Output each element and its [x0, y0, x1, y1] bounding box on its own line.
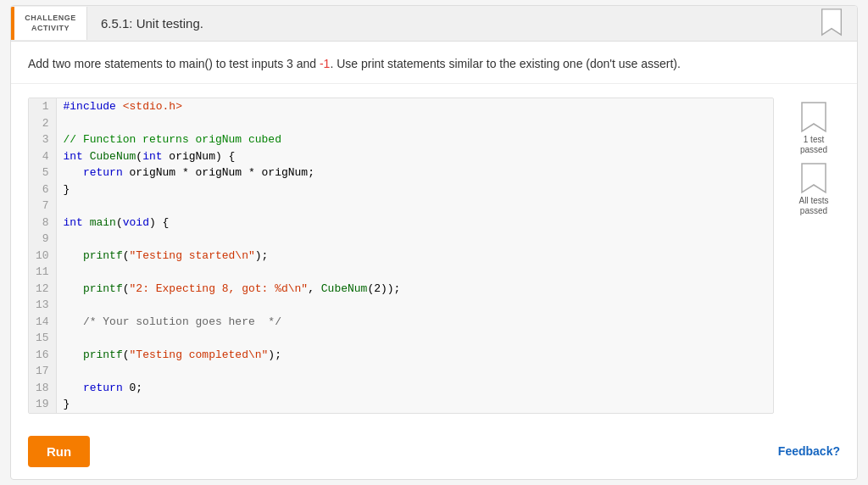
all-tests-badge: All testspassed: [798, 162, 828, 216]
bottom-bar: Run Feedback?: [11, 427, 857, 479]
code-line-3: 3 // Function returns origNum cubed: [29, 131, 773, 148]
desc-text-after: . Use print statements similar to the ex…: [330, 57, 681, 70]
challenge-label-line2: ACTIVITY: [31, 24, 70, 34]
all-tests-bookmark-icon: [800, 162, 827, 194]
code-line-6: 6 }: [29, 181, 773, 198]
code-line-13: 13: [29, 297, 773, 314]
main-container: CHALLENGE ACTIVITY 6.5.1: Unit testing. …: [10, 5, 858, 480]
challenge-badge: CHALLENGE ACTIVITY: [11, 7, 87, 40]
code-line-1: 1 #include <stdio.h>: [29, 98, 773, 115]
code-line-10: 10 printf("Testing started\n");: [29, 248, 773, 265]
test1-badge: 1 testpassed: [800, 101, 827, 155]
code-line-19: 19 }: [29, 396, 773, 413]
feedback-link[interactable]: Feedback?: [778, 444, 840, 458]
run-button[interactable]: Run: [28, 436, 90, 467]
side-badges: 1 testpassed All testspassed: [784, 98, 843, 414]
code-area: 1 #include <stdio.h> 2 3 // Function ret…: [11, 84, 857, 427]
code-line-9: 9: [29, 231, 773, 248]
test1-bookmark-icon: [800, 101, 827, 133]
code-line-11: 11: [29, 264, 773, 281]
code-line-14: 14 /* Your solution goes here */: [29, 314, 773, 331]
header-title: 6.5.1: Unit testing.: [87, 6, 217, 41]
challenge-label-line1: CHALLENGE: [25, 14, 76, 24]
code-line-18: 18 return 0;: [29, 380, 773, 397]
desc-highlight-neg1: -1: [316, 57, 330, 70]
code-line-5: 5 return origNum * origNum * origNum;: [29, 164, 773, 181]
test1-badge-label: 1 testpassed: [800, 135, 827, 155]
desc-text-before: Add two more statements to main() to tes…: [28, 57, 316, 70]
header: CHALLENGE ACTIVITY 6.5.1: Unit testing.: [11, 6, 857, 42]
code-line-16: 16 printf("Testing completed\n");: [29, 347, 773, 364]
code-line-12: 12 printf("2: Expecting 8, got: %d\n", C…: [29, 281, 773, 298]
code-line-15: 15: [29, 330, 773, 347]
code-editor[interactable]: 1 #include <stdio.h> 2 3 // Function ret…: [28, 98, 774, 414]
code-line-8: 8 int main(void) {: [29, 215, 773, 231]
code-line-2: 2: [29, 115, 773, 132]
code-line-4: 4 int CubeNum(int origNum) {: [29, 148, 773, 165]
code-line-7: 7: [29, 198, 773, 215]
code-line-17: 17: [29, 363, 773, 380]
all-tests-badge-label: All testspassed: [798, 196, 828, 216]
description: Add two more statements to main() to tes…: [11, 42, 857, 84]
code-table: 1 #include <stdio.h> 2 3 // Function ret…: [29, 98, 773, 413]
bookmark-icon[interactable]: [820, 8, 843, 40]
